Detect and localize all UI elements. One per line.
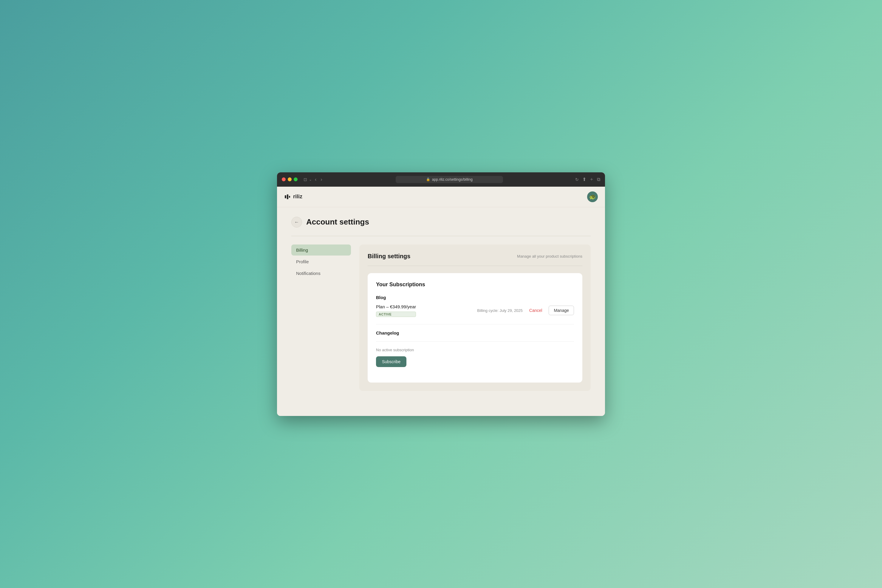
logo: riliz — [284, 194, 302, 200]
sidebar-toggle-icon[interactable]: ⊡ — [303, 177, 307, 182]
main-layout: Billing Profile Notifications Billing se… — [291, 244, 591, 391]
no-subscription-text: No active subscription — [376, 348, 574, 352]
panel-header: Billing settings Manage all your product… — [368, 253, 582, 260]
blog-subscription-left: Plan – €349.99/year ACTIVE — [376, 304, 416, 317]
subscriptions-title: Your Subscriptions — [376, 282, 574, 288]
svg-rect-2 — [289, 196, 290, 198]
url-text: app.riliz.co/settings/billing — [432, 177, 472, 182]
status-badge: ACTIVE — [376, 312, 416, 317]
sidebar: Billing Profile Notifications — [291, 244, 351, 391]
cancel-button[interactable]: Cancel — [526, 306, 545, 315]
panel-divider — [368, 266, 582, 266]
logo-icon — [284, 194, 291, 200]
lock-icon: 🔒 — [426, 177, 430, 181]
blog-section: Blog Plan – €349.99/year ACTIVE Billing … — [376, 295, 574, 317]
blog-subscription-row: Plan – €349.99/year ACTIVE Billing cycle… — [376, 304, 574, 317]
page-header: ← Account settings — [291, 217, 591, 228]
traffic-lights — [282, 177, 298, 181]
subscriptions-card: Your Subscriptions Blog Plan – €349.99/y… — [368, 273, 582, 382]
page-divider — [291, 236, 591, 236]
panel-subtitle: Manage all your product subscriptions — [517, 254, 582, 258]
minimize-button[interactable] — [288, 177, 292, 181]
blog-section-title: Blog — [376, 295, 574, 300]
panel-title: Billing settings — [368, 253, 410, 260]
avatar[interactable]: 🐢 — [587, 191, 598, 202]
fullscreen-button[interactable] — [294, 177, 298, 181]
svg-rect-0 — [285, 195, 286, 198]
app-header: riliz 🐢 — [277, 187, 605, 207]
billing-panel: Billing settings Manage all your product… — [359, 244, 591, 391]
subscribe-button[interactable]: Subscribe — [376, 356, 406, 367]
manage-button[interactable]: Manage — [549, 306, 574, 315]
back-button[interactable]: ← — [291, 217, 302, 228]
browser-window: ⊡ ⌄ ‹ › 🔒 app.riliz.co/settings/billing … — [277, 172, 605, 416]
close-button[interactable] — [282, 177, 286, 181]
page-title: Account settings — [306, 218, 369, 226]
sidebar-item-notifications[interactable]: Notifications — [291, 268, 351, 279]
new-tab-icon[interactable]: ＋ — [589, 176, 594, 183]
address-bar-container: 🔒 app.riliz.co/settings/billing — [327, 176, 572, 183]
sidebar-item-profile[interactable]: Profile — [291, 256, 351, 267]
back-nav-button[interactable]: ‹ — [314, 176, 318, 183]
tabs-icon[interactable]: ⧉ — [597, 177, 600, 182]
reload-button[interactable]: ↻ — [575, 177, 579, 182]
browser-actions: ⬆ ＋ ⧉ — [582, 176, 600, 183]
blog-plan-text: Plan – €349.99/year — [376, 304, 416, 309]
changelog-section-title: Changelog — [376, 330, 574, 336]
address-bar[interactable]: 🔒 app.riliz.co/settings/billing — [396, 176, 503, 183]
blog-subscription-right: Billing cycle: July 29, 2025 Cancel Mana… — [477, 306, 574, 315]
forward-nav-button[interactable]: › — [320, 176, 323, 183]
changelog-inner-divider — [376, 341, 574, 342]
page-content: ← Account settings Billing Profile Notif… — [277, 207, 605, 416]
section-divider — [376, 324, 574, 324]
changelog-section: Changelog No active subscription Subscri… — [376, 330, 574, 367]
sidebar-item-billing[interactable]: Billing — [291, 244, 351, 255]
chevron-down-icon[interactable]: ⌄ — [309, 177, 312, 182]
billing-cycle-text: Billing cycle: July 29, 2025 — [477, 308, 522, 313]
svg-rect-1 — [287, 194, 288, 199]
share-icon[interactable]: ⬆ — [582, 177, 586, 182]
browser-chrome: ⊡ ⌄ ‹ › 🔒 app.riliz.co/settings/billing … — [277, 172, 605, 187]
browser-controls: ⊡ ⌄ ‹ › — [303, 176, 324, 183]
